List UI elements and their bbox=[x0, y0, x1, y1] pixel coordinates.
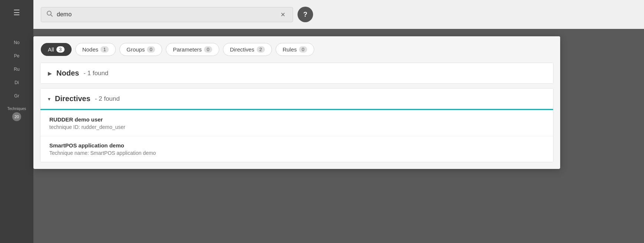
tab-parameters[interactable]: Parameters 0 bbox=[166, 43, 219, 56]
sidebar-item-label: Techniques bbox=[3, 107, 30, 111]
sidebar-item-label: Di bbox=[3, 80, 30, 85]
techniques-badge: 20 bbox=[12, 112, 21, 121]
sidebar-item-pe[interactable]: Pe bbox=[0, 50, 33, 62]
search-icon bbox=[46, 10, 53, 19]
tab-directives-label: Directives bbox=[230, 46, 254, 53]
clear-icon[interactable]: ✕ bbox=[278, 10, 288, 19]
tab-groups-badge: 0 bbox=[147, 46, 155, 53]
tab-rules-badge: 0 bbox=[299, 46, 307, 53]
directives-section-header[interactable]: ▾ Directives - 2 found bbox=[40, 89, 553, 109]
sidebar-item-directives[interactable]: Di bbox=[0, 76, 33, 89]
sidebar-item-techniques[interactable]: Techniques 20 bbox=[0, 103, 33, 125]
directive-name-1: SmartPOS application demo bbox=[49, 142, 544, 149]
tab-groups-label: Groups bbox=[126, 46, 145, 53]
search-container: ✕ bbox=[41, 7, 293, 22]
directive-name-0: RUDDER demo user bbox=[49, 116, 544, 123]
sidebar-item-nodes[interactable]: No bbox=[0, 36, 33, 49]
directives-section-count: - 2 found bbox=[95, 95, 120, 103]
directive-sub-0: technique ID: rudder_demo_user bbox=[49, 124, 544, 130]
tab-parameters-badge: 0 bbox=[204, 46, 212, 53]
nodes-section: ▶ Nodes - 1 found bbox=[40, 63, 553, 84]
sidebar-item-label: No bbox=[3, 40, 30, 45]
tab-nodes-badge: 1 bbox=[101, 46, 109, 53]
directive-sub-1: Technique name: SmartPOS application dem… bbox=[49, 150, 544, 156]
sidebar-nav: No Pe Ru Di Gr Techniques 20 bbox=[0, 29, 33, 243]
tab-all-badge: 3 bbox=[56, 46, 65, 53]
chevron-down-icon: ▾ bbox=[48, 96, 50, 102]
tab-directives-badge: 2 bbox=[257, 46, 265, 53]
search-input[interactable] bbox=[57, 11, 275, 18]
tab-directives[interactable]: Directives 2 bbox=[223, 43, 272, 56]
sidebar-item-groups[interactable]: Gr bbox=[0, 90, 33, 102]
chevron-right-icon: ▶ bbox=[48, 70, 52, 76]
directives-section-title: Directives bbox=[55, 94, 91, 103]
nodes-section-title: Nodes bbox=[56, 69, 79, 77]
tab-nodes[interactable]: Nodes 1 bbox=[75, 43, 116, 56]
svg-line-1 bbox=[51, 14, 53, 16]
directive-item-1[interactable]: SmartPOS application demo Technique name… bbox=[40, 136, 553, 162]
help-button[interactable]: ? bbox=[298, 7, 313, 22]
tab-parameters-label: Parameters bbox=[173, 46, 202, 53]
tab-nodes-label: Nodes bbox=[82, 46, 98, 53]
tab-groups[interactable]: Groups 0 bbox=[119, 43, 162, 56]
results-area: ▶ Nodes - 1 found ▾ Directives - 2 found… bbox=[33, 63, 560, 169]
filter-tabs: All 3 Nodes 1 Groups 0 Parameters 0 Dire… bbox=[33, 36, 560, 63]
tab-all[interactable]: All 3 bbox=[41, 43, 72, 56]
sidebar-item-rules[interactable]: Ru bbox=[0, 63, 33, 76]
tab-rules[interactable]: Rules 0 bbox=[276, 43, 314, 56]
hamburger-icon[interactable]: ☰ bbox=[10, 5, 23, 20]
directives-section: ▾ Directives - 2 found RUDDER demo user … bbox=[40, 88, 553, 162]
search-bar: ✕ ? bbox=[33, 0, 644, 29]
tab-all-label: All bbox=[48, 46, 54, 53]
sidebar-item-label: Gr bbox=[3, 93, 30, 99]
nodes-section-header[interactable]: ▶ Nodes - 1 found bbox=[40, 63, 553, 83]
sidebar-item-label: Pe bbox=[3, 53, 30, 59]
search-results-panel: All 3 Nodes 1 Groups 0 Parameters 0 Dire… bbox=[33, 36, 560, 169]
sidebar-item-label: Ru bbox=[3, 67, 30, 72]
nodes-section-count: - 1 found bbox=[83, 70, 108, 77]
directive-item-0[interactable]: RUDDER demo user technique ID: rudder_de… bbox=[40, 110, 553, 136]
tab-rules-label: Rules bbox=[283, 46, 297, 53]
